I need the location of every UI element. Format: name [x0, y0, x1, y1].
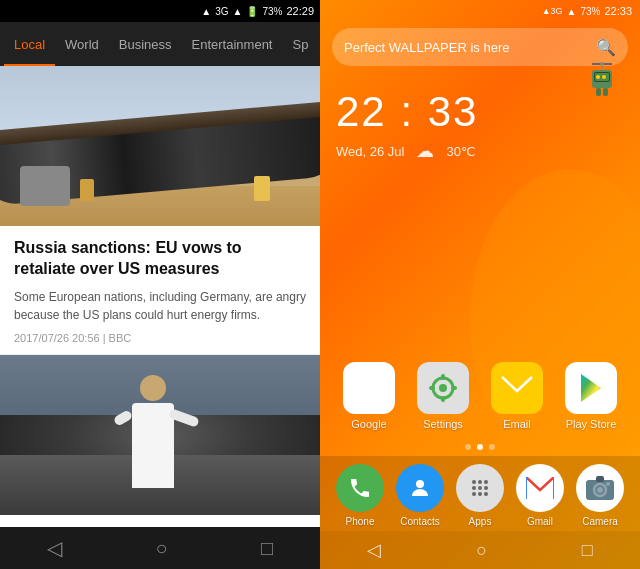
- article-1-body[interactable]: Russia sanctions: EU vows to retaliate o…: [0, 226, 320, 355]
- svg-rect-12: [441, 374, 445, 380]
- phone-icon: [336, 464, 384, 512]
- dock-phone-label: Phone: [346, 516, 375, 527]
- bottom-nav-left: ◁ ○ □: [0, 527, 320, 569]
- signal-label: 3G: [215, 6, 228, 17]
- article-1-headline: Russia sanctions: EU vows to retaliate o…: [14, 238, 306, 280]
- battery-label: 73%: [262, 6, 282, 17]
- dot-2[interactable]: [477, 444, 483, 450]
- svg-point-23: [478, 486, 482, 490]
- settings-icon-bg: [417, 362, 469, 414]
- app-settings[interactable]: Settings: [410, 362, 476, 430]
- dock-camera[interactable]: Camera: [572, 464, 628, 527]
- playstore-icon-bg: [565, 362, 617, 414]
- news-feed[interactable]: Russia sanctions: EU vows to retaliate o…: [0, 66, 320, 527]
- tab-business[interactable]: Business: [109, 22, 182, 66]
- wifi-icon: ▲: [233, 6, 243, 17]
- svg-point-27: [484, 492, 488, 496]
- tab-sports[interactable]: Sp: [282, 22, 318, 66]
- news-nav-tabs: Local World Business Entertainment Sp ⋮: [0, 22, 320, 66]
- gmail-icon: [516, 464, 564, 512]
- time-left: 22:29: [286, 5, 314, 17]
- clock-date-weather: Wed, 26 Jul ☁ 30℃: [336, 140, 624, 162]
- dot-1[interactable]: [465, 444, 471, 450]
- dock-contacts-label: Contacts: [400, 516, 439, 527]
- status-bar-right: ▲3G ▲ 73% 22:33: [320, 0, 640, 22]
- article-1-meta: 2017/07/26 20:56 | BBC: [14, 332, 306, 344]
- news-app-panel: ▲ 3G ▲ 🔋 73% 22:29 Local World Business …: [0, 0, 320, 569]
- svg-point-22: [472, 486, 476, 490]
- app-google[interactable]: Google: [336, 362, 402, 430]
- app-playstore-label: Play Store: [566, 418, 617, 430]
- svg-point-21: [484, 480, 488, 484]
- tab-local[interactable]: Local: [4, 22, 55, 66]
- svg-point-35: [606, 482, 610, 486]
- signal-right-icon: ▲3G: [542, 6, 563, 16]
- status-bar-left: ▲ 3G ▲ 🔋 73% 22:29: [0, 0, 320, 22]
- app-google-label: Google: [351, 418, 386, 430]
- dock-gmail[interactable]: Gmail: [512, 464, 568, 527]
- tab-world[interactable]: World: [55, 22, 109, 66]
- app-email[interactable]: Email: [484, 362, 550, 430]
- dock-apps-label: Apps: [469, 516, 492, 527]
- svg-rect-15: [451, 386, 457, 390]
- svg-point-34: [597, 487, 603, 493]
- svg-point-24: [484, 486, 488, 490]
- dot-3[interactable]: [489, 444, 495, 450]
- clock-date: Wed, 26 Jul: [336, 144, 404, 159]
- dock-gmail-label: Gmail: [527, 516, 553, 527]
- clock-temp: 30℃: [446, 144, 475, 159]
- home-screen-panel: ▲3G ▲ 73% 22:33 Perfect WALLPAPER is her…: [320, 0, 640, 569]
- wifi-right-icon: ▲: [567, 6, 577, 17]
- article-1-image: [0, 66, 320, 226]
- svg-point-26: [478, 492, 482, 496]
- dock-apps[interactable]: Apps: [452, 464, 508, 527]
- tab-entertainment[interactable]: Entertainment: [182, 22, 283, 66]
- svg-point-18: [416, 480, 424, 488]
- apps-icon: [456, 464, 504, 512]
- bottom-nav-right: ◁ ○ □: [320, 531, 640, 569]
- email-icon-bg: [491, 362, 543, 414]
- contacts-icon: [396, 464, 444, 512]
- weather-icon: ☁: [416, 140, 434, 162]
- svg-point-11: [439, 384, 447, 392]
- search-text: Perfect WALLPAPER is here: [344, 40, 596, 55]
- search-icon[interactable]: 🔍: [596, 38, 616, 57]
- svg-point-20: [478, 480, 482, 484]
- back-button[interactable]: ◁: [27, 532, 82, 564]
- app-grid: Google Settings: [320, 354, 640, 438]
- app-settings-label: Settings: [423, 418, 463, 430]
- page-dots: [320, 438, 640, 456]
- svg-point-19: [472, 480, 476, 484]
- dock-camera-label: Camera: [582, 516, 618, 527]
- svg-point-25: [472, 492, 476, 496]
- camera-icon: [576, 464, 624, 512]
- svg-rect-32: [596, 476, 604, 482]
- recents-button-right[interactable]: □: [582, 540, 593, 561]
- clock-widget: 22 : 33 Wed, 26 Jul ☁ 30℃: [320, 72, 640, 170]
- home-button[interactable]: ○: [135, 533, 187, 564]
- article-2-image: [0, 355, 320, 515]
- signal-icon: ▲: [201, 6, 211, 17]
- dock: Phone Contacts Apps: [320, 456, 640, 531]
- time-right: 22:33: [604, 5, 632, 17]
- app-playstore[interactable]: Play Store: [558, 362, 624, 430]
- battery-icon: 🔋: [246, 6, 258, 17]
- home-button-right[interactable]: ○: [476, 540, 487, 561]
- dock-contacts[interactable]: Contacts: [392, 464, 448, 527]
- svg-rect-14: [429, 386, 435, 390]
- clock-time: 22 : 33: [336, 88, 624, 136]
- recents-button[interactable]: □: [241, 533, 293, 564]
- article-1-summary: Some European nations, including Germany…: [14, 288, 306, 324]
- svg-rect-13: [441, 396, 445, 402]
- dock-phone[interactable]: Phone: [332, 464, 388, 527]
- app-email-label: Email: [503, 418, 531, 430]
- battery-right-label: 73%: [580, 6, 600, 17]
- back-button-right[interactable]: ◁: [367, 539, 381, 561]
